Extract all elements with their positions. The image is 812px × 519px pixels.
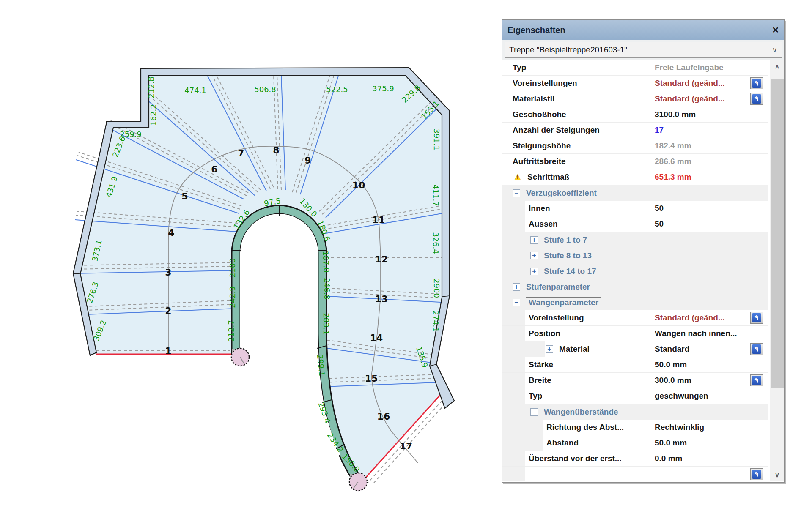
property-row[interactable]: VoreinstellungenStandard (geänd...↰: [502, 76, 768, 91]
property-value[interactable]: 651.3 mm: [650, 169, 767, 185]
group-row[interactable]: +Stufe 1 to 7: [502, 232, 768, 248]
close-icon[interactable]: ✕: [772, 25, 779, 35]
property-row[interactable]: Abstand50.0 mm: [502, 435, 768, 451]
property-row[interactable]: TypFreie Laufeingabe: [502, 60, 768, 76]
property-label: Anzahl der Steigungen: [513, 126, 600, 135]
property-value[interactable]: 300.0 mm: [650, 373, 767, 388]
scrollbar[interactable]: ∧ ∨: [770, 60, 784, 481]
property-grid: TypFreie LaufeingabeVoreinstellungenStan…: [502, 60, 784, 481]
indent-strip: [502, 435, 543, 451]
undo-icon: ↰: [752, 470, 761, 479]
group-row[interactable]: −Wangenüberstände: [502, 404, 768, 420]
property-row[interactable]: MaterialstilStandard (geänd...↰: [502, 91, 768, 107]
indent-strip: [502, 467, 525, 481]
property-row[interactable]: Typgeschwungen: [502, 388, 768, 404]
undo-button[interactable]: ↰: [750, 93, 763, 105]
property-value[interactable]: 17: [650, 123, 767, 138]
property-value[interactable]: 182.4 mm: [650, 138, 767, 153]
scroll-down-icon[interactable]: ∨: [770, 469, 784, 481]
property-row[interactable]: Stärke50.0 mm: [502, 357, 768, 373]
step-number: 8: [273, 145, 279, 156]
expand-icon[interactable]: +: [530, 268, 538, 275]
dimension-label: 212.7: [227, 320, 236, 342]
group-label: Wangenüberstände: [544, 407, 618, 417]
dimension-label: 283.1: [322, 313, 331, 335]
property-value[interactable]: Standard (geänd...: [650, 76, 767, 91]
step-number: 11: [372, 215, 385, 225]
property-row[interactable]: Geschoßhöhe3100.0 mm: [502, 107, 768, 123]
property-row[interactable]: Innen50: [502, 201, 768, 216]
expand-icon[interactable]: +: [530, 236, 538, 244]
dimension-label: 391.1: [432, 128, 441, 150]
property-value[interactable]: Standard: [650, 341, 767, 357]
indent-strip: [502, 420, 543, 435]
group-row[interactable]: +Stufe 14 to 17: [502, 263, 768, 279]
panel-titlebar: Eigenschaften ✕: [502, 20, 784, 40]
indent-strip: [502, 357, 525, 372]
properties-panel: Eigenschaften ✕ Treppe "Beispieltreppe20…: [502, 19, 785, 483]
undo-button[interactable]: ↰: [750, 468, 763, 480]
property-value[interactable]: 0.0 mm: [650, 451, 767, 466]
indent-strip: [502, 451, 525, 466]
group-row[interactable]: +Stufe 8 to 13: [502, 248, 768, 263]
group-row[interactable]: +Stufenparameter: [502, 279, 768, 295]
collapse-icon[interactable]: −: [513, 189, 520, 197]
step-number: 9: [304, 155, 311, 166]
newel-post-end[interactable]: [349, 473, 367, 491]
scrollbar-thumb[interactable]: [771, 79, 784, 388]
step-number: 13: [375, 294, 388, 304]
undo-button[interactable]: ↰: [750, 343, 763, 355]
step-number: 6: [211, 164, 217, 175]
property-value[interactable]: 50.0 mm: [650, 435, 767, 451]
property-row[interactable]: Breite300.0 mm↰: [502, 373, 768, 388]
property-row[interactable]: VoreinstellungStandard (geänd...↰: [502, 310, 768, 326]
expand-icon[interactable]: +: [530, 252, 538, 260]
property-row[interactable]: Anzahl der Steigungen17: [502, 123, 768, 138]
property-row[interactable]: Überstand vor der erst...0.0 mm: [502, 451, 768, 467]
object-selector-dropdown[interactable]: Treppe "Beispieltreppe201603-1" ∨: [505, 42, 782, 58]
group-row[interactable]: −Wangenparameter: [502, 295, 768, 310]
property-row[interactable]: Richtung des Abst...Rechtwinklig: [502, 420, 768, 435]
step-number: 17: [400, 441, 413, 451]
property-value[interactable]: 50.0 mm: [650, 357, 767, 372]
property-value[interactable]: 50: [650, 201, 767, 216]
expand-icon[interactable]: +: [513, 283, 520, 291]
property-row[interactable]: ▲!Schrittmaß651.3 mm: [502, 169, 768, 185]
property-value[interactable]: Standard (geänd...: [650, 91, 767, 107]
property-row[interactable]: Aussen50: [502, 216, 768, 232]
property-row[interactable]: ↰: [502, 467, 768, 481]
object-selector-value: Treppe "Beispieltreppe201603-1": [509, 45, 627, 55]
property-value[interactable]: geschwungen: [650, 388, 767, 404]
property-value[interactable]: Freie Laufeingabe: [650, 60, 767, 75]
indent-strip: [502, 388, 525, 404]
undo-button[interactable]: ↰: [750, 312, 763, 324]
property-label: Steigungshöhe: [513, 141, 571, 150]
undo-icon: ↰: [752, 344, 761, 354]
expand-icon[interactable]: +: [546, 345, 553, 353]
indent-strip: [502, 373, 525, 388]
collapse-icon[interactable]: −: [530, 408, 538, 416]
property-row[interactable]: Steigungshöhe182.4 mm: [502, 138, 768, 154]
property-value[interactable]: [650, 467, 767, 481]
property-value[interactable]: 286.6 mm: [650, 154, 767, 169]
undo-button[interactable]: ↰: [750, 374, 763, 386]
property-value[interactable]: Wangen nach innen...: [650, 326, 767, 341]
property-value[interactable]: 50: [650, 216, 767, 232]
group-label: Stufenparameter: [526, 282, 590, 292]
property-value[interactable]: Rechtwinklig: [650, 420, 767, 435]
dimension-label: 474.1: [184, 86, 206, 95]
property-label: Voreinstellungen: [513, 79, 577, 88]
indent-strip: [502, 310, 525, 325]
scroll-up-icon[interactable]: ∧: [770, 60, 784, 73]
step-number: 16: [377, 411, 390, 422]
property-row[interactable]: +MaterialStandard↰: [502, 341, 768, 357]
property-row[interactable]: Auftrittsbreite286.6 mm: [502, 154, 768, 169]
property-label: Breite: [529, 376, 551, 385]
property-row[interactable]: PositionWangen nach innen...: [502, 326, 768, 341]
collapse-icon[interactable]: −: [513, 299, 520, 306]
undo-button[interactable]: ↰: [750, 77, 763, 89]
group-row[interactable]: −Verzugskoeffizient: [502, 185, 768, 201]
property-value[interactable]: 3100.0 mm: [650, 107, 767, 122]
property-value[interactable]: Standard (geänd...: [650, 310, 767, 325]
newel-post-start[interactable]: [231, 348, 249, 366]
